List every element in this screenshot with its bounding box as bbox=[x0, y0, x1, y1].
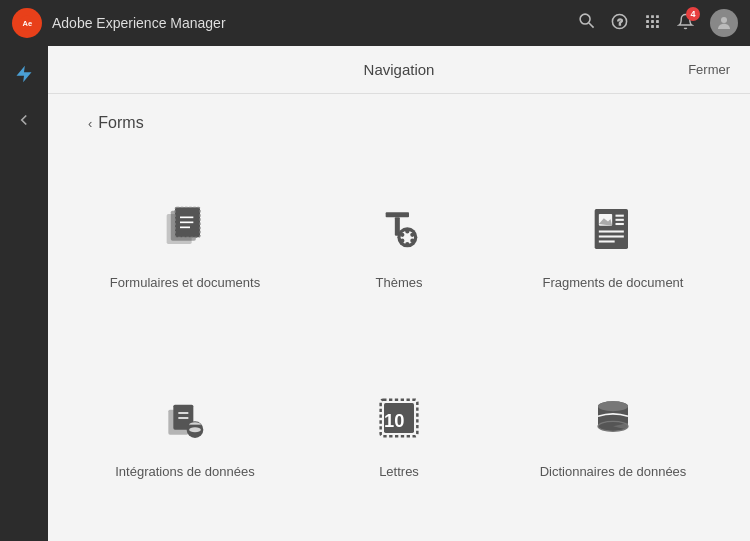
user-avatar[interactable] bbox=[710, 9, 738, 37]
svg-rect-13 bbox=[651, 25, 654, 28]
nav-header: Navigation Fermer bbox=[48, 46, 750, 94]
grid-item-themes[interactable]: Thèmes bbox=[302, 162, 496, 332]
grid-item-formulaires[interactable]: Formulaires et documents bbox=[88, 162, 282, 332]
breadcrumb-arrow: ‹ bbox=[88, 116, 92, 131]
svg-text:Ae: Ae bbox=[23, 19, 33, 28]
integrations-label: Intégrations de données bbox=[115, 464, 255, 479]
svg-line-3 bbox=[589, 23, 594, 28]
fragments-icon bbox=[588, 204, 638, 261]
svg-rect-11 bbox=[656, 20, 659, 23]
grid-item-lettres[interactable]: 10 Lettres bbox=[302, 352, 496, 522]
svg-text:10: 10 bbox=[384, 410, 404, 431]
grid-item-fragments[interactable]: Fragments de document bbox=[516, 162, 710, 332]
notification-badge: 4 bbox=[686, 7, 700, 21]
grid-item-integrations[interactable]: Intégrations de données bbox=[88, 352, 282, 522]
lettres-label: Lettres bbox=[379, 464, 419, 479]
svg-point-49 bbox=[189, 427, 201, 432]
topbar-title: Adobe Experience Manager bbox=[52, 15, 226, 31]
svg-point-28 bbox=[410, 233, 414, 237]
help-icon[interactable]: ? bbox=[611, 13, 628, 34]
aem-logo: Ae bbox=[12, 8, 42, 38]
dictionnaires-label: Dictionnaires de données bbox=[540, 464, 687, 479]
svg-point-29 bbox=[410, 238, 414, 242]
formulaires-label: Formulaires et documents bbox=[110, 275, 260, 290]
topbar-left: Ae Adobe Experience Manager bbox=[12, 8, 226, 38]
themes-icon bbox=[374, 204, 424, 261]
svg-text:?: ? bbox=[617, 17, 622, 27]
svg-rect-9 bbox=[646, 20, 649, 23]
svg-point-32 bbox=[400, 233, 404, 237]
svg-point-27 bbox=[405, 229, 409, 233]
navigation-grid: Formulaires et documents bbox=[48, 142, 750, 541]
svg-point-31 bbox=[400, 238, 404, 242]
fragments-label: Fragments de document bbox=[543, 275, 684, 290]
svg-point-2 bbox=[580, 14, 590, 24]
svg-point-30 bbox=[405, 242, 409, 246]
main-layout: Navigation Fermer ‹ Forms bbox=[0, 46, 750, 541]
close-button[interactable]: Fermer bbox=[688, 62, 730, 77]
sidebar-icon-back[interactable] bbox=[9, 105, 39, 140]
lettres-icon: 10 bbox=[374, 393, 424, 450]
notification-icon[interactable]: 4 bbox=[677, 13, 694, 34]
grid-item-dictionnaires[interactable]: Dictionnaires de données bbox=[516, 352, 710, 522]
svg-rect-23 bbox=[386, 212, 409, 217]
svg-point-15 bbox=[721, 17, 727, 23]
nav-header-right: Fermer bbox=[509, 62, 730, 77]
svg-rect-7 bbox=[651, 15, 654, 18]
svg-point-56 bbox=[598, 402, 628, 412]
svg-rect-8 bbox=[656, 15, 659, 18]
sidebar-icon-home[interactable] bbox=[8, 58, 40, 95]
topbar-right: ? 4 bbox=[578, 9, 738, 37]
formulaires-icon bbox=[160, 204, 210, 261]
svg-rect-12 bbox=[646, 25, 649, 28]
breadcrumb-text[interactable]: Forms bbox=[98, 114, 143, 132]
themes-label: Thèmes bbox=[376, 275, 423, 290]
svg-rect-10 bbox=[651, 20, 654, 23]
search-icon[interactable] bbox=[578, 12, 595, 34]
topbar: Ae Adobe Experience Manager ? bbox=[0, 0, 750, 46]
breadcrumb: ‹ Forms bbox=[48, 94, 750, 142]
svg-rect-6 bbox=[646, 15, 649, 18]
grid-icon[interactable] bbox=[644, 13, 661, 34]
dictionnaires-icon bbox=[588, 393, 638, 450]
nav-title: Navigation bbox=[289, 61, 510, 78]
sidebar bbox=[0, 46, 48, 541]
content-area: Navigation Fermer ‹ Forms bbox=[48, 46, 750, 541]
svg-rect-14 bbox=[656, 25, 659, 28]
integrations-icon bbox=[160, 393, 210, 450]
